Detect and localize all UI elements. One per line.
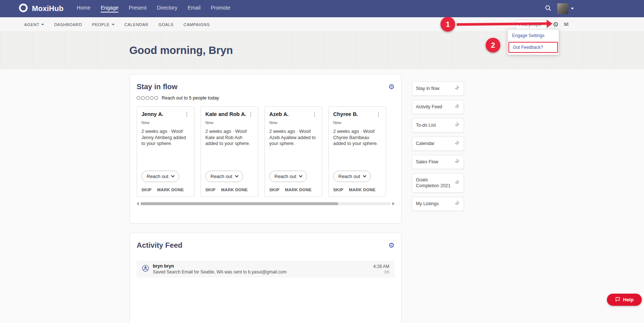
contact-activity-text: 2 weeks ago · Woot! Kate and Rob Ash add…: [205, 128, 253, 147]
contact-card-row: Jenny A. ⋮ New 2 weeks ago · Woot! Jenny…: [137, 106, 395, 197]
brand[interactable]: MoxiHub: [18, 3, 64, 14]
user-menu-button[interactable]: [557, 3, 574, 14]
move-icon[interactable]: [454, 179, 460, 186]
caret-down-icon: [112, 24, 115, 25]
chevron-down-icon: [363, 174, 367, 178]
mark-done-button[interactable]: MARK DONE: [349, 188, 376, 192]
search-icon[interactable]: [545, 5, 551, 13]
nav-item-promote[interactable]: Promote: [211, 5, 230, 12]
help-button[interactable]: Help: [607, 294, 642, 306]
reach-out-button[interactable]: Reach out: [141, 171, 179, 182]
scrollbar-track[interactable]: [141, 202, 391, 205]
stay-in-flow-panel: Stay in flow ⚙ Reach out to 5 people tod…: [130, 74, 402, 224]
activity-feed-title: Activity Feed: [137, 241, 182, 250]
chat-bubble-icon: [615, 297, 620, 303]
nav-item-email[interactable]: Email: [188, 5, 201, 12]
skip-button[interactable]: SKIP: [333, 188, 343, 192]
goal-text: Reach out to 5 people today: [162, 95, 219, 101]
contact-status: New: [269, 120, 317, 125]
subnav-item-people[interactable]: PEOPLE: [92, 22, 114, 27]
reach-out-button[interactable]: Reach out: [269, 171, 307, 182]
scrollbar-thumb[interactable]: [141, 202, 338, 205]
feed-user: bryn bryn: [153, 264, 370, 269]
activity-feed-settings-gear-icon[interactable]: ⚙: [388, 242, 395, 249]
person-circle-icon: [142, 265, 149, 273]
top-navbar: MoxiHub Home Engage Present Directory Em…: [0, 0, 644, 17]
topnav-items: Home Engage Present Directory Email Prom…: [77, 5, 230, 12]
topnav-right: [545, 3, 574, 14]
widget-item-goals-completion[interactable]: Goals Completion 2021: [412, 173, 464, 193]
contact-card: Kate and Rob A. ⋮ New 2 weeks ago · Woot…: [201, 106, 258, 197]
move-icon[interactable]: [454, 122, 460, 129]
horizontal-scrollbar: [137, 202, 395, 206]
mark-done-button[interactable]: MARK DONE: [285, 188, 312, 192]
contact-name: Azeb A.: [269, 111, 289, 117]
skip-button[interactable]: SKIP: [141, 188, 152, 192]
mark-done-button[interactable]: MARK DONE: [221, 188, 248, 192]
move-icon[interactable]: [454, 200, 460, 207]
contact-status: New: [141, 120, 190, 125]
feed-meta: 3/5: [373, 270, 389, 274]
envelope-icon[interactable]: ✉: [564, 22, 569, 28]
progress-circle-icon: [154, 96, 158, 100]
kebab-menu-icon[interactable]: ⋮: [312, 111, 317, 117]
kebab-menu-icon[interactable]: ⋮: [248, 111, 253, 117]
widget-item-activity-feed[interactable]: Activity Feed: [412, 100, 464, 114]
chevron-down-icon: [171, 174, 175, 178]
nav-item-directory[interactable]: Directory: [157, 5, 177, 12]
subnav-item-calendar[interactable]: CALENDAR: [125, 22, 149, 27]
contact-status: New: [333, 120, 381, 125]
feed-time: 4:28 AM: [373, 264, 389, 269]
progress-circle-icon: [137, 96, 140, 100]
reach-out-button[interactable]: Reach out: [205, 171, 243, 182]
subnav-item-dashboard[interactable]: DASHBOARD: [54, 22, 82, 27]
nav-item-home[interactable]: Home: [77, 5, 90, 12]
reach-out-goal: Reach out to 5 people today: [137, 95, 395, 101]
settings-dropdown: Engage Settings Got Feedback?: [507, 29, 559, 55]
contact-name: Chyree B.: [333, 111, 358, 117]
avatar: [557, 3, 568, 14]
chevron-down-icon: [299, 174, 303, 178]
stay-in-flow-title: Stay in flow: [137, 83, 177, 91]
reach-out-button[interactable]: Reach out: [333, 171, 371, 182]
skip-button[interactable]: SKIP: [205, 188, 216, 192]
kebab-menu-icon[interactable]: ⋮: [376, 111, 381, 117]
widget-item-calendar[interactable]: Calendar: [412, 137, 464, 151]
move-icon[interactable]: [454, 104, 460, 110]
contact-name: Kate and Rob A.: [205, 111, 246, 117]
nav-item-engage[interactable]: Engage: [101, 5, 118, 12]
move-icon[interactable]: [454, 85, 460, 92]
skip-button[interactable]: SKIP: [269, 188, 280, 192]
scroll-left-arrow-icon[interactable]: [137, 202, 139, 206]
subnav-item-goals[interactable]: GOALS: [158, 22, 173, 27]
kebab-menu-icon[interactable]: ⋮: [184, 111, 190, 117]
widget-item-todo-list[interactable]: To-do List: [412, 118, 464, 133]
contact-card: Jenny A. ⋮ New 2 weeks ago · Woot! Jenny…: [137, 106, 194, 197]
widget-arrange-panel: Stay in flow Activity Feed To-do List Ca…: [412, 81, 464, 215]
widget-item-stay-in-flow[interactable]: Stay in flow: [412, 81, 464, 96]
subnav-item-campaigns[interactable]: CAMPAIGNS: [184, 22, 210, 27]
widget-item-sales-flow[interactable]: Sales Flow: [412, 155, 464, 169]
contact-activity-text: 2 weeks ago · Woot! Jenny Almberg added …: [141, 128, 190, 147]
annotation-step-2: 2: [486, 38, 500, 52]
engage-settings-gear-icon[interactable]: ⚙: [553, 21, 558, 28]
annotation-step-1: 1: [440, 17, 455, 32]
nav-item-present[interactable]: Present: [129, 5, 146, 12]
moxihub-logo-icon: [18, 3, 28, 14]
menu-item-got-feedback[interactable]: Got Feedback?: [509, 43, 557, 52]
move-icon[interactable]: [454, 140, 460, 147]
menu-item-engage-settings[interactable]: Engage Settings: [508, 30, 559, 41]
mark-done-button[interactable]: MARK DONE: [157, 188, 184, 192]
contact-activity-text: 2 weeks ago · Woot! Chyree Barribeau add…: [333, 128, 381, 147]
reach-progress: [137, 96, 158, 100]
widget-item-my-listings[interactable]: My Listings: [412, 197, 464, 211]
scroll-right-arrow-icon[interactable]: [392, 202, 395, 206]
contact-status: New: [205, 120, 253, 125]
move-icon[interactable]: [454, 159, 460, 166]
progress-circle-icon: [141, 96, 145, 100]
contact-name: Jenny A.: [141, 111, 163, 117]
contact-activity-text: 2 weeks ago · Woot! Azeb Ayallew added t…: [269, 128, 317, 147]
subnav-item-agent[interactable]: AGENT: [24, 22, 44, 27]
stay-in-flow-settings-gear-icon[interactable]: ⚙: [388, 83, 395, 90]
feed-item: bryn bryn Saved Search Email for Seattle…: [137, 261, 395, 277]
